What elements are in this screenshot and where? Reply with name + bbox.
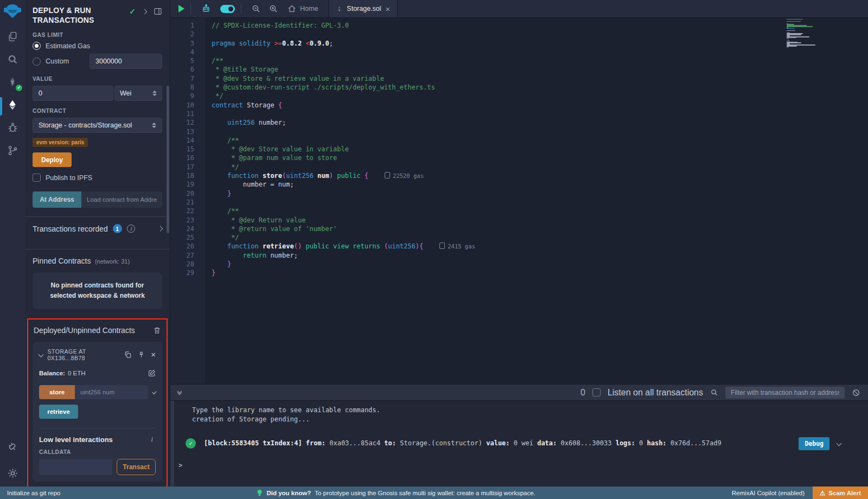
terminal[interactable]: Type the library name to see available c…: [170, 400, 868, 487]
copilot-toggle[interactable]: [220, 5, 235, 13]
vertical-icon-bar: ✓: [0, 0, 25, 487]
close-icon[interactable]: ×: [151, 350, 156, 359]
transactions-recorded-row[interactable]: Transactions recorded 1 i: [33, 217, 162, 240]
trash-icon[interactable]: [153, 326, 161, 335]
icon-bar-bottom-group: [5, 440, 20, 480]
code-pane[interactable]: // SPDX-License-Identifier: GPL-3.0pragm…: [205, 18, 868, 384]
main-area: Home Storage.sol × 123456789101112131415…: [170, 0, 868, 487]
highlight-outline: Deployed/Unpinned Contracts STORAGE AT 0…: [27, 318, 168, 487]
remix-logo-icon[interactable]: [3, 3, 22, 21]
value-unit-select[interactable]: Wei: [114, 86, 162, 101]
divider: [241, 3, 241, 14]
publish-ipfs-checkbox[interactable]: [33, 174, 41, 182]
ai-copilot-robot-icon[interactable]: [201, 3, 212, 14]
scam-alert-button[interactable]: ⚠ Scam Alert: [813, 487, 868, 499]
debug-button[interactable]: Debug: [799, 437, 829, 450]
terminal-filter-input[interactable]: [725, 387, 845, 399]
transaction-log-row: ✓ [block:5583405 txIndex:4] from: 0xa03.…: [186, 437, 868, 450]
deployed-contract-card: STORAGE AT 0X136...8B78 × Balance: 0 ETH: [33, 342, 162, 482]
deploy-button[interactable]: Deploy: [33, 152, 72, 167]
editor-minimap[interactable]: [787, 19, 827, 49]
code-editor: 1234567891011121314151617181920212223242…: [170, 18, 868, 384]
transactions-recorded-label: Transactions recorded: [33, 225, 108, 233]
at-address-button[interactable]: At Address: [33, 191, 81, 208]
terminal-prompt[interactable]: >: [178, 461, 182, 470]
balance-label: Balance:: [39, 370, 65, 376]
workspace: ✓: [0, 0, 868, 487]
lightbulb-icon: [257, 489, 263, 497]
publish-ipfs-label: Publish to IPFS: [46, 174, 92, 182]
evm-version-badge: evm version: paris: [33, 138, 88, 147]
retrieve-function-button[interactable]: retrieve: [39, 405, 78, 419]
info-icon[interactable]: i: [148, 436, 156, 444]
expand-tx-icon[interactable]: [837, 441, 842, 446]
chevron-down-icon[interactable]: [38, 352, 43, 357]
chevron-right-icon[interactable]: [158, 226, 163, 232]
edit-icon[interactable]: [148, 369, 156, 377]
pending-tx-count: 0: [580, 388, 585, 398]
tx-log-text: [block:5583405 txIndex:4] from: 0xa03...…: [204, 439, 799, 448]
copilot-status[interactable]: RemixAI Copilot (enabled): [732, 490, 805, 496]
close-tab-icon[interactable]: ×: [386, 5, 391, 13]
icon-bar-top-group: ✓: [5, 29, 20, 157]
terminal-toolbar: 0 Listen on all transactions: [170, 384, 868, 400]
at-address-input[interactable]: [81, 191, 162, 208]
panel-title: DEPLOY & RUN TRANSACTIONS: [33, 5, 117, 25]
listen-all-checkbox[interactable]: [592, 388, 601, 396]
git-init-button[interactable]: Initialize as git repo: [7, 490, 60, 496]
pinned-network-note: (network: 31): [95, 258, 130, 265]
contract-select[interactable]: Storage - contracts/Storage.sol: [33, 118, 162, 133]
search-icon[interactable]: [710, 388, 718, 396]
run-script-icon[interactable]: [178, 5, 184, 12]
gas-limit-label: GAS LIMIT: [33, 31, 162, 38]
git-icon[interactable]: [5, 143, 20, 157]
panel-scrollbar[interactable]: [167, 86, 169, 233]
home-icon: [288, 4, 296, 13]
value-label: VALUE: [33, 75, 162, 82]
estimated-gas-label: Estimated Gas: [46, 42, 90, 50]
pin-panel-icon[interactable]: [154, 7, 162, 16]
pinned-contracts-section: Pinned Contracts (network: 31) No pinned…: [33, 250, 162, 309]
tab-home[interactable]: Home: [288, 4, 318, 13]
zoom-out-icon[interactable]: [251, 4, 261, 14]
did-you-know-tip: Did you know? To prototype using the Gno…: [257, 489, 535, 497]
updown-arrows-icon: [152, 91, 157, 96]
remix-ide-window: ✓: [0, 0, 868, 499]
debugger-icon[interactable]: [5, 120, 20, 135]
info-icon[interactable]: i: [127, 225, 135, 233]
expand-args-icon[interactable]: [152, 389, 157, 394]
pin-icon[interactable]: [138, 351, 145, 359]
estimated-gas-radio[interactable]: [33, 42, 41, 50]
store-function-button[interactable]: store: [39, 385, 75, 399]
copy-icon[interactable]: [124, 351, 132, 359]
calldata-input[interactable]: [39, 459, 112, 475]
transactions-count-badge: 1: [113, 224, 122, 233]
zoom-in-icon[interactable]: [269, 4, 278, 14]
file-explorer-icon[interactable]: [5, 29, 20, 43]
custom-gas-radio[interactable]: [33, 57, 41, 66]
home-tab-label: Home: [300, 5, 318, 12]
transact-button[interactable]: Transact: [117, 459, 156, 475]
value-input[interactable]: [33, 86, 113, 101]
active-plugin-indicator: [0, 97, 2, 116]
chevron-right-icon[interactable]: [142, 9, 148, 14]
deploy-and-run-icon[interactable]: [5, 98, 20, 112]
plugin-manager-icon[interactable]: [5, 440, 20, 454]
search-icon[interactable]: [5, 52, 20, 66]
custom-gas-input[interactable]: [90, 54, 162, 69]
settings-gear-icon[interactable]: [5, 466, 20, 480]
panel-check-icon: ✓: [129, 7, 136, 16]
tip-title: Did you know?: [266, 490, 311, 496]
tab-storage-sol[interactable]: Storage.sol ×: [329, 0, 398, 17]
line-number-gutter: 1234567891011121314151617181920212223242…: [170, 18, 205, 384]
terminal-line: Type the library name to see available c…: [192, 406, 868, 415]
warning-icon: ⚠: [820, 489, 825, 497]
store-arg-input[interactable]: [75, 385, 148, 399]
pinned-contracts-title: Pinned Contracts: [33, 257, 91, 265]
solidity-compiler-icon[interactable]: ✓: [5, 75, 20, 89]
tx-success-icon: ✓: [186, 438, 196, 449]
contract-label: CONTRACT: [33, 107, 162, 114]
clear-console-icon[interactable]: [852, 388, 860, 397]
compile-success-badge: ✓: [16, 85, 22, 91]
collapse-terminal-icon[interactable]: [178, 391, 181, 394]
